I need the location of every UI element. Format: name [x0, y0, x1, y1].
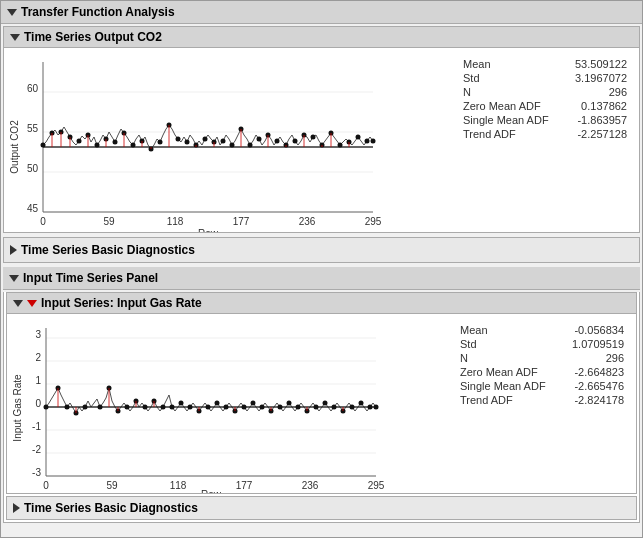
- mean-value: 53.509122: [575, 58, 627, 70]
- input-stats-single-mean-row: Single Mean ADF -2.665476: [460, 380, 624, 392]
- svg-text:Row: Row: [198, 228, 219, 232]
- svg-point-121: [314, 405, 319, 410]
- svg-text:45: 45: [27, 203, 39, 214]
- output-co2-chart-area: Output CO2 45 50 55 60: [4, 48, 639, 232]
- svg-point-94: [65, 405, 70, 410]
- diagnostics-toggle[interactable]: [10, 245, 17, 255]
- svg-point-24: [158, 140, 163, 145]
- input-series-chart-area: Input Gas Rate 3 2 1 0 -1 -2 -3: [7, 314, 636, 493]
- input-panel-wrapper: Input Time Series Panel Input Series: In…: [1, 265, 642, 525]
- input-panel-title: Input Time Series Panel: [23, 271, 158, 285]
- bottom-diagnostics-bar[interactable]: Time Series Basic Diagnostics: [6, 496, 637, 520]
- svg-point-117: [278, 405, 283, 410]
- svg-point-48: [371, 139, 376, 144]
- stats-n-row: N 296: [463, 86, 627, 98]
- svg-point-34: [248, 143, 253, 148]
- input-single-mean-label: Single Mean ADF: [460, 380, 546, 392]
- svg-point-111: [224, 405, 229, 410]
- output-co2-toggle[interactable]: [10, 34, 20, 41]
- n-value: 296: [609, 86, 627, 98]
- bottom-diagnostics-toggle[interactable]: [13, 503, 20, 513]
- svg-point-31: [221, 139, 226, 144]
- zero-mean-label: Zero Mean ADF: [463, 100, 541, 112]
- svg-point-47: [365, 139, 370, 144]
- zero-mean-value: 0.137862: [581, 100, 627, 112]
- std-label: Std: [463, 72, 480, 84]
- output-co2-header[interactable]: Time Series Output CO2: [4, 27, 639, 48]
- svg-text:Input Gas Rate: Input Gas Rate: [12, 374, 23, 442]
- input-trend-value: -2.824178: [574, 394, 624, 406]
- y-axis-label: Output CO2: [9, 120, 20, 174]
- svg-point-11: [41, 143, 46, 148]
- stats-trend-row: Trend ADF -2.257128: [463, 128, 627, 140]
- input-stats-trend-row: Trend ADF -2.824178: [460, 394, 624, 406]
- input-mean-label: Mean: [460, 324, 488, 336]
- svg-point-19: [113, 140, 118, 145]
- svg-point-26: [176, 137, 181, 142]
- svg-point-41: [311, 135, 316, 140]
- svg-text:1: 1: [35, 375, 41, 386]
- input-panel-toggle[interactable]: [9, 275, 19, 282]
- input-series-title: Input Series: Input Gas Rate: [41, 296, 202, 310]
- input-series-toggle[interactable]: [13, 300, 23, 307]
- svg-point-29: [203, 137, 208, 142]
- mean-label: Mean: [463, 58, 491, 70]
- input-mean-value: -0.056834: [574, 324, 624, 336]
- svg-text:59: 59: [103, 216, 115, 227]
- svg-text:177: 177: [236, 480, 253, 491]
- output-co2-title: Time Series Output CO2: [24, 30, 162, 44]
- svg-point-37: [275, 139, 280, 144]
- svg-point-128: [374, 405, 379, 410]
- svg-point-100: [125, 405, 130, 410]
- input-n-label: N: [460, 352, 468, 364]
- svg-point-44: [338, 143, 343, 148]
- input-stats-mean-row: Mean -0.056834: [460, 324, 624, 336]
- trend-value: -2.257128: [577, 128, 627, 140]
- input-stats-std-row: Std 1.0709519: [460, 338, 624, 350]
- svg-point-122: [323, 401, 328, 406]
- diagnostics-collapsed-bar[interactable]: Time Series Basic Diagnostics: [3, 237, 640, 263]
- main-panel-header: Transfer Function Analysis: [1, 1, 642, 24]
- svg-point-110: [215, 401, 220, 406]
- stats-mean-row: Mean 53.509122: [463, 58, 627, 70]
- input-stats-n-row: N 296: [460, 352, 624, 364]
- input-series-red-toggle[interactable]: [27, 300, 37, 307]
- trend-label: Trend ADF: [463, 128, 516, 140]
- input-series-section: Input Series: Input Gas Rate Input Gas R…: [6, 292, 637, 494]
- svg-point-126: [359, 401, 364, 406]
- svg-point-119: [296, 405, 301, 410]
- input-panel-header[interactable]: Input Time Series Panel: [3, 267, 640, 290]
- input-std-label: Std: [460, 338, 477, 350]
- svg-text:3: 3: [35, 329, 41, 340]
- stats-zero-mean-row: Zero Mean ADF 0.137862: [463, 100, 627, 112]
- svg-text:-3: -3: [32, 467, 41, 478]
- svg-point-102: [143, 405, 148, 410]
- svg-text:177: 177: [233, 216, 250, 227]
- svg-text:55: 55: [27, 123, 39, 134]
- svg-point-114: [251, 401, 256, 406]
- svg-text:236: 236: [302, 480, 319, 491]
- svg-text:236: 236: [299, 216, 316, 227]
- output-co2-stats: Mean 53.509122 Std 3.1967072 N 296 Zero …: [455, 52, 635, 232]
- input-series-header[interactable]: Input Series: Input Gas Rate: [7, 293, 636, 314]
- stats-std-row: Std 3.1967072: [463, 72, 627, 84]
- svg-text:-2: -2: [32, 444, 41, 455]
- svg-point-15: [77, 139, 82, 144]
- output-co2-svg: Output CO2 45 50 55 60: [8, 52, 408, 232]
- input-series-svg: Input Gas Rate 3 2 1 0 -1 -2 -3: [11, 318, 411, 493]
- svg-text:118: 118: [170, 480, 187, 491]
- svg-text:0: 0: [40, 216, 46, 227]
- output-co2-chart: Output CO2 45 50 55 60: [8, 52, 455, 232]
- input-zero-mean-value: -2.664823: [574, 366, 624, 378]
- input-single-mean-value: -2.665476: [574, 380, 624, 392]
- svg-point-113: [242, 405, 247, 410]
- svg-point-109: [206, 405, 211, 410]
- svg-text:-1: -1: [32, 421, 41, 432]
- main-collapse-toggle[interactable]: [7, 9, 17, 16]
- input-trend-label: Trend ADF: [460, 394, 513, 406]
- svg-point-96: [83, 405, 88, 410]
- svg-text:295: 295: [365, 216, 382, 227]
- svg-point-92: [44, 405, 49, 410]
- input-zero-mean-label: Zero Mean ADF: [460, 366, 538, 378]
- svg-text:2: 2: [35, 352, 41, 363]
